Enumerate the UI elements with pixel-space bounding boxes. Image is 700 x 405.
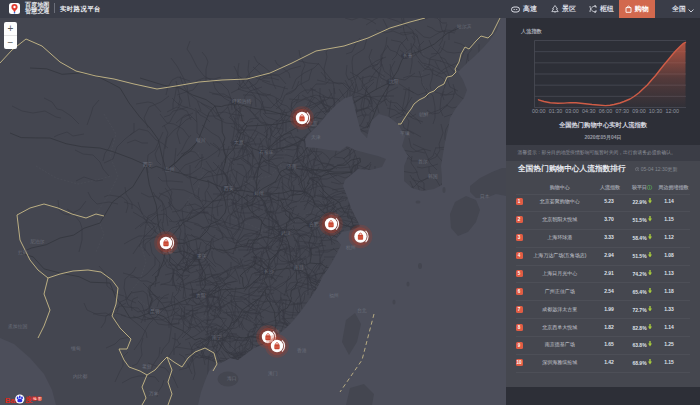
svg-text:西宁: 西宁 bbox=[143, 161, 153, 167]
svg-text:韩国: 韩国 bbox=[428, 174, 438, 179]
svg-text:度: 度 bbox=[24, 395, 33, 404]
svg-text:07:30: 07:30 bbox=[615, 108, 629, 114]
svg-text:拉萨: 拉萨 bbox=[18, 250, 28, 255]
svg-text:兰州: 兰州 bbox=[165, 166, 175, 172]
svg-text:朝鲜: 朝鲜 bbox=[419, 112, 429, 117]
svg-text:天津: 天津 bbox=[311, 135, 321, 140]
svg-text:00:00: 00:00 bbox=[532, 108, 546, 114]
svg-text:04:30: 04:30 bbox=[582, 108, 596, 114]
svg-text:10:30: 10:30 bbox=[649, 108, 663, 114]
svg-text:首尔: 首尔 bbox=[418, 159, 428, 165]
svg-text:缅甸: 缅甸 bbox=[71, 346, 81, 351]
svg-text:南昌: 南昌 bbox=[294, 265, 304, 270]
svg-text:太原: 太原 bbox=[234, 139, 244, 145]
svg-text:尼泊尔: 尼泊尔 bbox=[30, 239, 45, 245]
svg-text:济南: 济南 bbox=[287, 163, 297, 169]
svg-text:内比都: 内比都 bbox=[73, 374, 88, 380]
svg-text:地: 地 bbox=[32, 397, 37, 401]
svg-text:银川: 银川 bbox=[196, 137, 206, 143]
svg-text:南宁: 南宁 bbox=[212, 334, 222, 340]
svg-text:图: 图 bbox=[38, 396, 42, 401]
svg-text:12:00: 12:00 bbox=[666, 108, 680, 114]
svg-text:平壤: 平壤 bbox=[400, 130, 410, 136]
svg-text:呼和浩特: 呼和浩特 bbox=[232, 98, 251, 105]
svg-text:武汉: 武汉 bbox=[281, 231, 291, 236]
svg-text:日本: 日本 bbox=[480, 194, 490, 199]
svg-text:郑州: 郑州 bbox=[254, 191, 264, 196]
svg-text:老挝: 老挝 bbox=[142, 363, 152, 370]
svg-text:03:00: 03:00 bbox=[565, 108, 579, 114]
svg-text:澳门: 澳门 bbox=[268, 370, 278, 377]
svg-text:06:00: 06:00 bbox=[599, 108, 613, 114]
svg-text:Bai: Bai bbox=[5, 396, 17, 404]
svg-text:孟加拉国: 孟加拉国 bbox=[8, 323, 27, 329]
svg-text:香港: 香港 bbox=[297, 347, 307, 354]
svg-text:01:30: 01:30 bbox=[549, 108, 563, 114]
svg-text:石家庄: 石家庄 bbox=[259, 149, 274, 155]
svg-text:海口: 海口 bbox=[227, 376, 237, 381]
svg-text:哈尔滨: 哈尔滨 bbox=[457, 23, 472, 30]
svg-text:重庆: 重庆 bbox=[197, 253, 207, 259]
svg-text:西安: 西安 bbox=[224, 185, 234, 191]
svg-text:万象: 万象 bbox=[148, 391, 159, 396]
svg-text:09:00: 09:00 bbox=[632, 108, 646, 114]
